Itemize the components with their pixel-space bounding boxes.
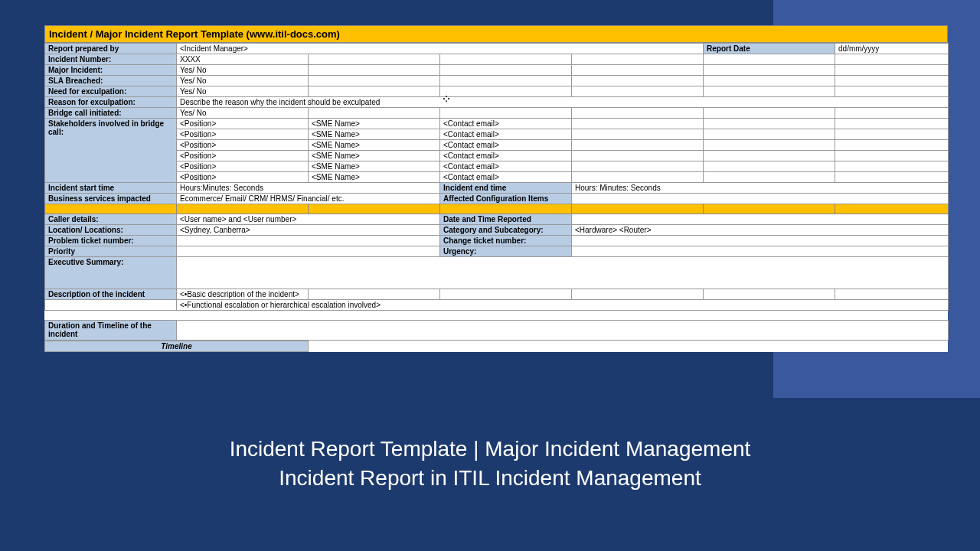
lbl-duration: Duration and Timeline of the incident bbox=[45, 321, 177, 341]
lbl-aci: Affected Configuration Items bbox=[440, 194, 572, 204]
spreadsheet: Incident / Major Incident Report Templat… bbox=[44, 25, 948, 352]
lbl-report-date: Report Date bbox=[704, 44, 835, 54]
sh-pos[interactable]: <Position> bbox=[177, 119, 309, 129]
val-report-date[interactable]: dd/mm/yyyy bbox=[835, 44, 949, 54]
lbl-caller: Caller details: bbox=[45, 214, 177, 225]
val-need-exc[interactable]: Yes/ No bbox=[177, 86, 309, 97]
val-sla[interactable]: Yes/ No bbox=[177, 76, 309, 86]
val-bridge[interactable]: Yes/ No bbox=[177, 108, 309, 119]
val-desc[interactable]: <•Basic description of the incident> bbox=[177, 289, 309, 300]
lbl-problem: Problem ticket number: bbox=[45, 236, 177, 246]
val-cat[interactable]: <Hardware> <Router> bbox=[572, 225, 949, 236]
lbl-cat: Category and Subcategory: bbox=[440, 225, 572, 236]
caption-line2: Incident Report in ITIL Incident Managem… bbox=[0, 464, 980, 493]
separator-row bbox=[45, 204, 949, 214]
val-incident-no[interactable]: XXXX bbox=[177, 54, 309, 65]
lbl-change: Change ticket number: bbox=[440, 236, 572, 246]
lbl-datetime: Date and Time Reported bbox=[440, 214, 572, 225]
report-table: Report prepared by <Incident Manager> Re… bbox=[44, 43, 949, 341]
lbl-prepared-by: Report prepared by bbox=[45, 44, 177, 54]
val-biz[interactable]: Ecommerce/ Email/ CRM/ HRMS/ Financial/ … bbox=[177, 194, 440, 204]
val-loc[interactable]: <Sydney, Canberra> bbox=[177, 225, 440, 236]
lbl-reason-exc: Reason for exculpation: bbox=[45, 97, 177, 108]
caption-line1: Incident Report Template | Major Inciden… bbox=[0, 435, 980, 464]
lbl-desc: Description of the incident bbox=[45, 289, 177, 300]
title-bar: Incident / Major Incident Report Templat… bbox=[44, 25, 948, 43]
sh-contact[interactable]: <Contact email> bbox=[440, 119, 572, 129]
val-major[interactable]: Yes/ No bbox=[177, 65, 309, 76]
lbl-loc: Location/ Locations: bbox=[45, 225, 177, 236]
val-desc2[interactable]: <•Functional escalation or hierarchical … bbox=[177, 300, 949, 311]
val-reason-exc[interactable]: Describe the reason why the incident sho… bbox=[177, 97, 949, 108]
lbl-bridge: Bridge call initiated: bbox=[45, 108, 177, 119]
lbl-stakeholders: Stakeholders involved in bridge call: bbox=[45, 119, 177, 183]
lbl-priority: Priority bbox=[45, 246, 177, 257]
val-prepared-by[interactable]: <Incident Manager> bbox=[177, 44, 704, 54]
lbl-major: Major Incident: bbox=[45, 65, 177, 76]
slide-caption: Incident Report Template | Major Inciden… bbox=[0, 435, 980, 493]
lbl-start: Incident start time bbox=[45, 183, 177, 194]
timeline-header: Timeline bbox=[45, 341, 309, 352]
lbl-need-exc: Need for exculpation: bbox=[45, 86, 177, 97]
lbl-sla: SLA Breached: bbox=[45, 76, 177, 86]
sh-sme[interactable]: <SME Name> bbox=[309, 119, 440, 129]
val-caller[interactable]: <User name> and <User number> bbox=[177, 214, 440, 225]
lbl-end: Incident end time bbox=[440, 183, 572, 194]
lbl-urgency: Urgency: bbox=[440, 246, 572, 257]
val-end[interactable]: Hours: Minutes: Seconds bbox=[572, 183, 949, 194]
row-prepared-by: Report prepared by <Incident Manager> Re… bbox=[45, 44, 949, 54]
lbl-exec: Executive Summary: bbox=[45, 257, 177, 289]
lbl-incident-no: Incident Number: bbox=[45, 54, 177, 65]
val-start[interactable]: Hours:Minutes: Seconds bbox=[177, 183, 440, 194]
timeline-table: Timeline bbox=[44, 341, 309, 352]
lbl-biz: Business services impacted bbox=[45, 194, 177, 204]
